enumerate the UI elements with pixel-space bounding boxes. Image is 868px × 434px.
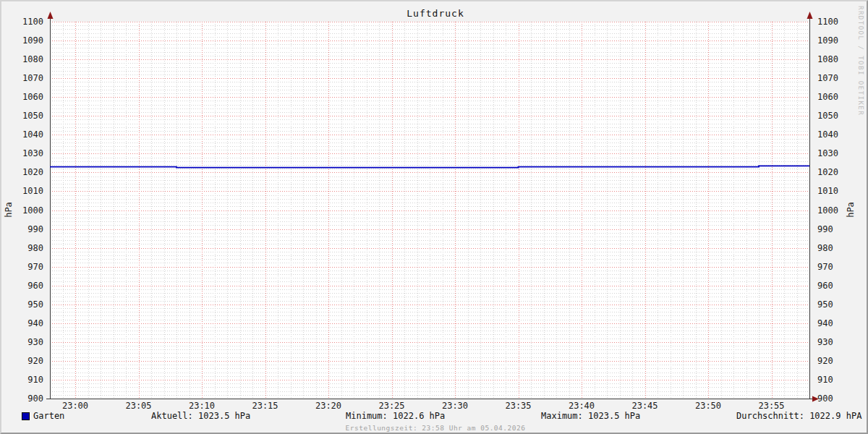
y-tick-label-left: 1010 (1, 187, 43, 195)
y-tick-label-right: 940 (817, 319, 864, 328)
legend-series-label: Garten (33, 411, 64, 421)
y-tick-label-left: 940 (1, 319, 43, 328)
y-tick-label-left: 990 (1, 225, 43, 234)
y-tick-label-left: 920 (1, 357, 43, 365)
stat-maximum: Maximum: 1023.5 hPa (541, 411, 640, 421)
x-tick-label: 23:45 (631, 401, 658, 410)
y-tick-label-left: 950 (1, 300, 43, 309)
x-tick-label: 23:25 (378, 401, 404, 410)
y-tick-label-right: 980 (817, 244, 864, 252)
y-tick-label-right: 920 (817, 357, 864, 365)
x-tick-label: 23:05 (125, 401, 151, 410)
y-tick-label-left: 1000 (1, 206, 43, 215)
x-tick-label: 23:55 (758, 401, 784, 410)
x-tick-label: 23:15 (252, 401, 278, 410)
y-tick-label-left: 1050 (1, 111, 43, 120)
y-tick-label-left: 1020 (1, 168, 43, 176)
rrdtool-pressure-graph: Luftdruck hPa hPa 9009109209309409509609… (0, 0, 868, 434)
y-tick-label-left: 1090 (1, 36, 43, 45)
y-tick-label-right: 1040 (817, 130, 864, 139)
y-tick-label-left: 1040 (1, 130, 43, 139)
legend-color-swatch (22, 412, 30, 420)
y-tick-label-right: 950 (817, 300, 864, 309)
y-tick-label-left: 960 (1, 281, 43, 290)
x-tick-label: 23:00 (62, 401, 88, 410)
y-tick-label-right: 930 (817, 338, 864, 346)
y-tick-label-right: 900 (817, 394, 864, 403)
y-tick-label-right: 1030 (817, 149, 864, 158)
y-tick-label-right: 1020 (817, 168, 864, 176)
chart-svg (1, 1, 868, 434)
y-tick-label-left: 1100 (1, 17, 43, 26)
x-tick-label: 23:50 (695, 401, 721, 410)
stat-minimum: Minimum: 1022.6 hPa (346, 411, 445, 421)
x-tick-label: 23:40 (569, 401, 595, 410)
rrdtool-watermark: RRDTOOL / TOBI OETIKER (857, 6, 864, 116)
y-tick-label-left: 1030 (1, 149, 43, 158)
y-tick-label-right: 1000 (817, 206, 864, 215)
y-tick-label-left: 910 (1, 375, 43, 384)
x-tick-label: 23:10 (189, 401, 215, 410)
chart-plot-area (1, 1, 868, 434)
stat-aktuell: Aktuell: 1023.5 hPa (151, 411, 250, 421)
y-tick-label-right: 970 (817, 263, 864, 271)
y-tick-label-right: 1010 (817, 187, 864, 195)
x-tick-label: 23:35 (505, 401, 531, 410)
y-tick-label-left: 970 (1, 263, 43, 271)
y-tick-label-left: 900 (1, 394, 43, 403)
y-tick-label-left: 1080 (1, 55, 43, 64)
creation-timestamp: Erstellungszeit: 23:58 Uhr am 05.04.2026 (1, 424, 868, 432)
y-tick-label-left: 1060 (1, 93, 43, 101)
y-tick-label-right: 990 (817, 225, 864, 234)
x-tick-label: 23:30 (442, 401, 468, 410)
stat-durchschnitt: Durchschnitt: 1022.9 hPA (736, 411, 861, 421)
chart-title: Luftdruck (1, 8, 868, 19)
x-tick-label: 23:20 (315, 401, 341, 410)
y-tick-label-left: 930 (1, 338, 43, 346)
y-tick-label-left: 1070 (1, 74, 43, 82)
y-tick-label-left: 980 (1, 244, 43, 252)
y-tick-label-right: 910 (817, 375, 864, 384)
y-tick-label-right: 960 (817, 281, 864, 290)
